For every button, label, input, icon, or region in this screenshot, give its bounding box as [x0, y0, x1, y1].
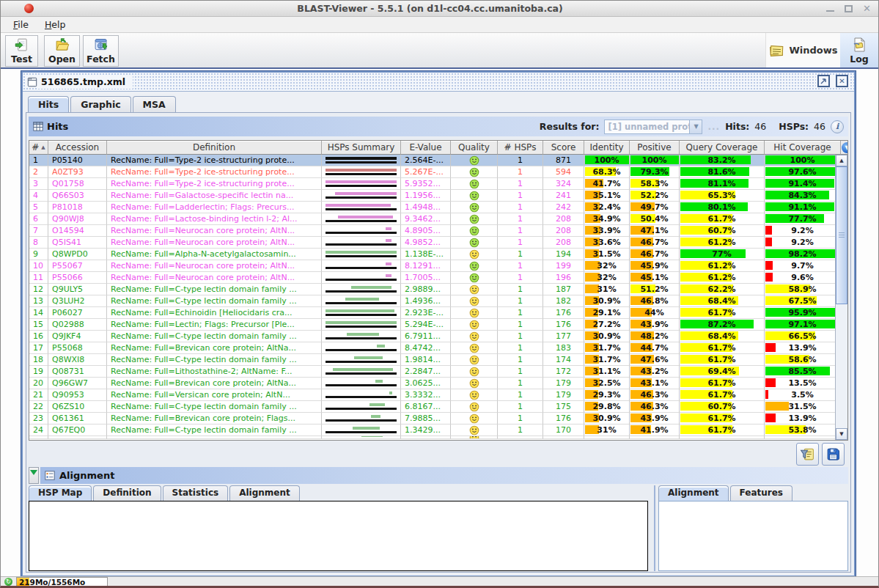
column-header-Definition[interactable]: Definition	[107, 141, 322, 155]
cell-hsp-summary	[322, 389, 401, 401]
table-header-row: #▲AccessionDefinitionHSPs SummaryE-Value…	[29, 141, 847, 155]
column-header-Identity[interactable]: Identity	[584, 141, 630, 155]
results-for-combobox[interactable]: [1] unnamed prot... ▼	[604, 120, 702, 134]
frame-body: HitsGraphicMSA Hits Results for: [1] unn…	[23, 92, 854, 576]
column-header-Quality[interactable]: Quality	[451, 141, 498, 155]
tab-hsp-map[interactable]: HSP Map	[29, 485, 92, 501]
table-row[interactable]: 10 P55067 RecName: Full=Neurocan core pr…	[29, 260, 847, 272]
cell-num-hsps	[498, 436, 543, 439]
alignment-collapse-button[interactable]	[29, 467, 39, 484]
frame-document-icon	[26, 76, 38, 88]
table-row[interactable]: 15 Q02988 RecName: Full=Lectin; Flags: P…	[29, 319, 847, 331]
cell-quality	[451, 202, 498, 213]
table-row[interactable]: 22 Q6ZS10 RecName: Full=C-type lectin do…	[29, 401, 847, 413]
table-scrollbar[interactable]: ▲ ▼	[835, 155, 847, 440]
maximize-button[interactable]	[845, 5, 853, 12]
table-row[interactable]: 9 Q8WPD0 RecName: Full=Alpha-N-acetylgal…	[29, 249, 847, 260]
cell-accession	[48, 436, 107, 439]
windows-button[interactable]: Windows	[765, 33, 840, 67]
minimize-button[interactable]	[826, 10, 834, 12]
cell-evalue: 1.7005...	[401, 272, 451, 284]
column-header-Positive[interactable]: Positive	[630, 141, 680, 155]
cell-positive: 44.7%	[630, 342, 680, 354]
column-header-num[interactable]: #▲	[29, 141, 48, 155]
table-row[interactable]: 23 Q61361 RecName: Full=Brevican core pr…	[29, 413, 847, 425]
hsp-summary-graphic	[326, 320, 397, 328]
table-row[interactable]: 24 Q67EQ0 RecName: Full=C-type lectin do…	[29, 425, 847, 436]
cell-accession: P06027	[48, 307, 107, 319]
tab-graphic[interactable]: Graphic	[70, 96, 130, 113]
scrollbar-thumb[interactable]	[836, 166, 847, 304]
table-row[interactable]: 12 Q9ULY5 RecName: Full=C-type lectin do…	[29, 284, 847, 295]
table-row[interactable]	[29, 436, 847, 439]
table-row[interactable]: 5 P81018 RecName: Full=Ladderlectin; Fla…	[29, 202, 847, 213]
scroll-up-button[interactable]: ▲	[836, 155, 847, 166]
table-row[interactable]: 8 Q5IS41 RecName: Full=Neurocan core pro…	[29, 237, 847, 249]
open-button[interactable]: Open	[44, 35, 80, 67]
column-header-QueryCoverage[interactable]: Query Coverage	[680, 141, 765, 155]
quality-smiley-icon	[469, 378, 479, 389]
tab-right-features[interactable]: Features	[730, 485, 792, 501]
table-row[interactable]: 20 Q96GW7 RecName: Full=Brevican core pr…	[29, 378, 847, 389]
table-row[interactable]: 14 P06027 RecName: Full=Echinoidin [Heli…	[29, 307, 847, 319]
table-row[interactable]: 19 Q08731 RecName: Full=Lithostathine-2;…	[29, 366, 847, 378]
info-icon[interactable]: i	[831, 120, 844, 133]
table-row[interactable]: 11 P55066 RecName: Full=Neurocan core pr…	[29, 272, 847, 284]
cell-num: 20	[29, 378, 48, 389]
close-button[interactable]: ✕	[863, 5, 871, 12]
save-button[interactable]	[822, 443, 845, 466]
filter-button[interactable]	[796, 443, 819, 466]
column-header-Accession[interactable]: Accession	[48, 141, 107, 155]
memory-gauge[interactable]: 219Mo/1556Mo	[16, 577, 108, 587]
cell-identity: 31%	[584, 284, 630, 295]
hsps-count-value: 46	[814, 121, 825, 132]
cell-evalue: 3.0625...	[401, 378, 451, 389]
gc-refresh-icon[interactable]: ↻	[4, 578, 12, 586]
table-row[interactable]: 13 Q3LUH2 RecName: Full=C-type lectin do…	[29, 295, 847, 307]
cell-definition: RecName: Full=Ladderlectin; Flags: Precu…	[107, 202, 322, 213]
column-header-E-Value[interactable]: E-Value	[401, 141, 451, 155]
cell-quality	[451, 413, 498, 425]
cell-score: 175	[543, 401, 584, 413]
menu-help[interactable]: Help	[38, 18, 73, 32]
tab-hits[interactable]: Hits	[28, 96, 69, 113]
cell-hsp-summary	[322, 166, 401, 178]
table-row[interactable]: 1 P05140 RecName: Full=Type-2 ice-struct…	[29, 155, 847, 166]
table-row[interactable]: 3 Q01758 RecName: Full=Type-2 ice-struct…	[29, 178, 847, 190]
column-header-HSPsSummary[interactable]: HSPs Summary	[322, 141, 401, 155]
cell-definition: RecName: Full=Lectin; Flags: Precursor […	[107, 319, 322, 331]
cell-definition: RecName: Full=Type-2 ice-structuring pro…	[107, 155, 322, 166]
table-row[interactable]: 7 O14594 RecName: Full=Neurocan core pro…	[29, 225, 847, 237]
test-button[interactable]: Test	[5, 35, 38, 67]
cell-positive: 46.3%	[630, 389, 680, 401]
tab-definition[interactable]: Definition	[93, 485, 161, 501]
column-header-HSPs[interactable]: # HSPs	[498, 141, 543, 155]
cell-accession: Q02988	[48, 319, 107, 331]
column-control-button[interactable]: ▼	[841, 141, 848, 155]
tab-alignment[interactable]: Alignment	[229, 485, 300, 501]
quality-smiley-icon	[469, 425, 479, 436]
table-row[interactable]: 4 Q66S03 RecName: Full=Galactose-specifi…	[29, 190, 847, 202]
table-row[interactable]: 2 A0ZT93 RecName: Full=Type-2 ice-struct…	[29, 166, 847, 178]
table-row[interactable]: 18 Q8WXI8 RecName: Full=C-type lectin do…	[29, 354, 847, 366]
column-header-HitCoverage[interactable]: Hit Coverage	[765, 141, 841, 155]
fetch-button[interactable]: Fetch	[83, 35, 119, 67]
cell-hsp-summary	[322, 425, 401, 436]
log-button[interactable]: Log	[840, 33, 878, 67]
frame-close-button[interactable]: ✕	[836, 75, 848, 87]
frame-maximize-button[interactable]	[817, 75, 830, 87]
table-row[interactable]: 17 P55068 RecName: Full=Brevican core pr…	[29, 342, 847, 354]
tab-right-alignment[interactable]: Alignment	[658, 485, 729, 501]
cell-identity: 35.1%	[584, 190, 630, 202]
table-row[interactable]: 16 Q9JKF4 RecName: Full=C-type lectin do…	[29, 331, 847, 342]
table-row[interactable]: 6 Q90WJ8 RecName: Full=Lactose-binding l…	[29, 213, 847, 225]
menu-file[interactable]: File	[7, 18, 35, 32]
tab-msa[interactable]: MSA	[133, 96, 176, 113]
cell-identity	[584, 436, 630, 439]
scroll-down-button[interactable]: ▼	[836, 428, 847, 440]
table-row[interactable]: 21 Q90953 RecName: Full=Versican core pr…	[29, 389, 847, 401]
tab-statistics[interactable]: Statistics	[163, 485, 229, 501]
frame-title-bar[interactable]: 516865.tmp.xml ✕	[23, 73, 854, 92]
column-header-Score[interactable]: Score	[543, 141, 584, 155]
hsp-summary-graphic	[326, 285, 397, 293]
